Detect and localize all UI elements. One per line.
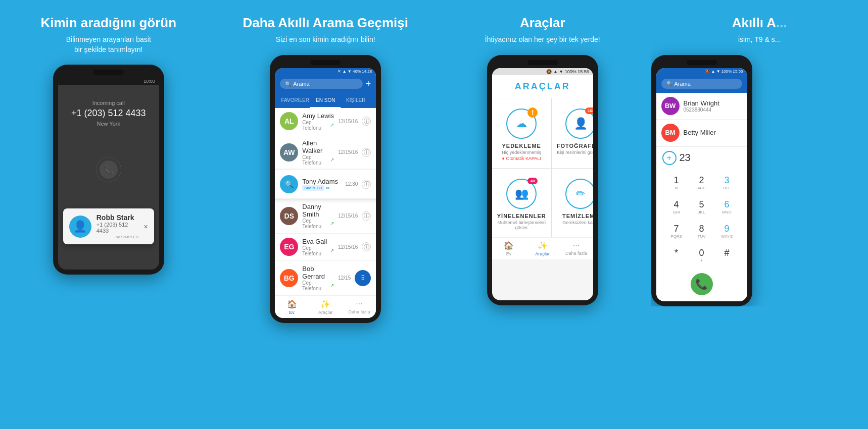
badge-yedekleme: ! [527,108,538,118]
list-item-betty[interactable]: BM Betty Miller [656,120,747,146]
contact-time: 12/15 [338,275,351,281]
cloud-icon: ☁ [516,117,527,130]
nav-ev-3[interactable]: 🏠 Ev [492,241,526,256]
nav-daha-3[interactable]: ··· Daha fazla [559,241,593,256]
nav-label-daha-3: Daha fazla [565,251,587,256]
list-item-highlighted[interactable]: 🔍 Tony Adams SIMPLER ✏ 12:30 ⓘ [275,170,376,199]
contact-name: Eva Gail [302,238,334,245]
contact-details: Allen Walker Cep Telefonu ↗ [302,139,334,166]
more-icon-2: ··· [356,299,362,308]
list-item[interactable]: BG Bob Gerrard Cep Telefonu ↗ 12/15 ⠿ [275,261,376,296]
avatar-betty: BM [661,124,680,142]
incoming-screen: 10:00 Incoming call +1 (203) 512 4433 Ne… [58,78,159,270]
araçlar-title: ARAÇLAR [498,81,587,92]
key-3[interactable]: 3DEF [715,171,739,194]
home-icon-2: 🏠 [287,299,297,309]
call-button-row: 📞 [656,269,747,301]
brian-number: 0523880444 [684,107,719,113]
contact-list: AL Amy Lewis Cep Telefonu ↗ 12/15/16 ⓘ A… [275,108,376,296]
list-item[interactable]: AW Allen Walker Cep Telefonu ↗ 12/15/16 … [275,135,376,170]
contact-details: Amy Lewis Cep Telefonu ↗ [302,112,334,131]
key-6[interactable]: 6MNO [715,195,739,219]
contact-details: Tony Adams SIMPLER ✏ [302,178,341,191]
incoming-location: New York [58,121,159,127]
call-button-area: 📞 [58,157,159,182]
tab-en-son[interactable]: EN SON [310,93,341,108]
brian-name: Brian Wright [684,99,719,107]
arrow-icon: ↗ [330,157,334,163]
info-icon[interactable]: ⓘ [362,117,371,126]
add-contact-icon[interactable]: + [662,151,677,165]
nav-label-ev-3: Ev [506,251,512,256]
simpler-tag: SIMPLER [302,185,324,191]
tool-name-yineleneler: YİNELENENLER [497,213,546,219]
tool-desc-temizleme: Gereksizleri kaldır [562,220,593,225]
nav-label-araclar-3: Araçlar [536,251,550,256]
simpler-badge: by SIMPLER [97,235,139,239]
tool-desc-yedekleme: Hiç yedeklenmemiş [502,150,541,155]
phone-notch-4 [687,60,717,65]
tools-icon-3: ✨ [538,241,548,250]
list-item[interactable]: EG Eva Gail Cep Telefonu ↗ 12/15/16 ⓘ [275,234,376,261]
info-icon[interactable]: ⓘ [362,242,371,251]
search-input-2[interactable]: 🔍 Arama [280,79,362,89]
tool-auto-yedekleme: ● Otomatik KAPALI [502,156,541,161]
caller-avatar: 👤 [69,216,91,238]
panel-caller-id: Kimin aradığını görün Bilinmeyen arayanl… [0,0,217,429]
tool-fotograflar[interactable]: 👤 163 FOTOĞRAFLAR Kişi resimlerini günce… [552,98,593,168]
info-icon[interactable]: ⓘ [362,211,371,221]
status-bar-2: ✕ ▲ ▼ 46% 14:28 [275,68,376,75]
panel-dialer: Akıllı A... isim, T9 & s... 🔕 ▲ ▼ 100% 1… [651,0,869,429]
list-item-brian[interactable]: BW Brian Wright 0523880444 [656,93,747,120]
tool-temizleme[interactable]: ✏ TEMİZLEME Gereksizleri kaldır [552,169,593,237]
call-inner: 📞 [100,160,118,179]
key-7[interactable]: 7PQRS [664,220,689,243]
tool-yedekleme[interactable]: ☁ ! YEDEKLEME Hiç yedeklenmemiş ● Otomat… [492,98,551,168]
phone-mockup-2: ✕ ▲ ▼ 46% 14:28 🔍 Arama + FAVORİLER EN S… [270,55,381,323]
dialer-add-row: + 23 [656,146,747,169]
search-input-4[interactable]: 🔍 Arama [661,79,742,89]
info-icon[interactable]: ⓘ [362,180,371,189]
key-8[interactable]: 8TUV [690,220,714,243]
contact-name: Allen Walker [302,139,334,154]
call-circle: 📞 [96,157,121,182]
tab-kisiler[interactable]: KİŞİLER [341,93,371,108]
nav-label-daha-2: Daha fazla [348,309,370,314]
avatar: AW [280,143,298,162]
nav-label-araclar-2: Araçlar [318,310,333,315]
arrow-icon: ↗ [330,248,334,253]
list-item[interactable]: DS Danny Smith Cep Telefonu ↗ 12/15/16 ⓘ [275,199,376,234]
call-button[interactable]: 📞 [691,273,713,295]
contact-name: Amy Lewis [302,112,334,120]
key-star[interactable]: * [664,244,689,267]
add-icon-2[interactable]: + [366,79,371,89]
nav-araclar-3[interactable]: ✨ Araçlar [525,241,559,256]
list-item[interactable]: AL Amy Lewis Cep Telefonu ↗ 12/15/16 ⓘ [275,108,376,135]
tool-yineleneler[interactable]: 👥 40 YİNELENENLER Muhtemel birleştirmele… [492,169,551,237]
key-1[interactable]: 1∞ [664,171,689,194]
key-9[interactable]: 9WXYZ [715,220,739,243]
arrow-icon: ↗ [330,221,334,226]
clean-icon: ✏ [576,187,585,200]
tab-favoriler[interactable]: FAVORİLER [280,93,310,108]
contact-info-brian: Brian Wright 0523880444 [684,99,719,113]
key-0[interactable]: 0+ [690,244,714,267]
avatar-search: 🔍 [280,175,298,193]
home-icon-3: 🏠 [504,241,514,250]
nav-araclar-2[interactable]: ✨ Araçlar [309,299,343,315]
avatar: EG [280,238,298,256]
nav-daha-2[interactable]: ··· Daha fazla [343,299,376,315]
panel1-subtitle: Bilinmeyen arayanları basitbir şekilde t… [66,35,151,55]
info-icon[interactable]: ⓘ [362,148,371,157]
key-4[interactable]: 4GHI [664,195,689,219]
fab-grid[interactable]: ⠿ [355,270,371,286]
key-hash[interactable]: # [715,244,739,267]
key-5[interactable]: 5JKL [690,195,714,219]
key-2[interactable]: 2ABC [690,171,714,194]
phone-notch-3 [527,60,558,65]
caller-info: Robb Stark +1 (203) 512 4433 by SIMPLER [97,213,139,239]
close-icon[interactable]: × [144,223,148,231]
search-bar-2: 🔍 Arama + [275,75,376,93]
tool-circle-yedekleme: ☁ ! [506,109,537,139]
nav-ev-2[interactable]: 🏠 Ev [275,299,309,315]
